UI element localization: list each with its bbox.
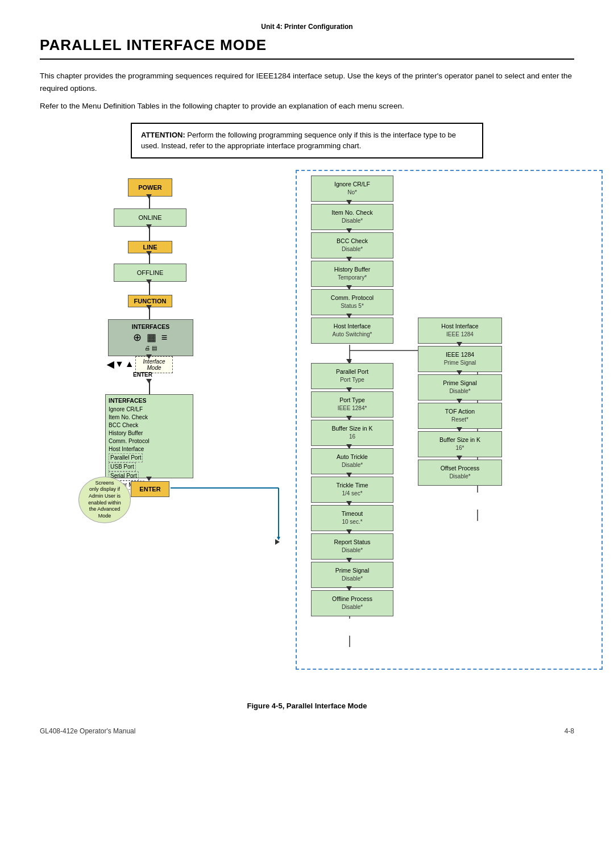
arrow-mid-8 <box>346 416 352 420</box>
attention-box: ATTENTION: Perform the following program… <box>131 123 483 158</box>
arrow-mid-10 <box>346 473 352 477</box>
list-host: Host Interface <box>109 445 144 453</box>
list-ignore: Ignore CR/LF <box>109 406 143 414</box>
diagram-area: POWER ONLINE LINE OFFLINE FUNCTION INTER… <box>40 170 574 692</box>
mid-buffer-size: Buffer Size in K 16 <box>311 420 393 446</box>
arrow-right-3 <box>457 399 462 403</box>
arrow-mid-13 <box>346 558 352 562</box>
mid-offline-process: Offline Process Disable* <box>311 590 393 616</box>
arrow-nav-list <box>146 379 152 383</box>
interfaces-icon-box: INTERFACES ⊕ ▦ ≡ 🖨 ▤ <box>108 319 193 356</box>
list-itemno: Item No. Check <box>109 414 148 422</box>
arrow-offline-function <box>146 279 152 284</box>
mid-port-type: Port Type IEEE 1284* <box>311 391 393 418</box>
mid-bcc: BCC Check Disable* <box>311 232 393 258</box>
chapter-title: PARALLEL INTERFACE MODE <box>40 36 574 60</box>
arrow-mid-3 <box>346 257 352 261</box>
footer: GL408-412e Operator's Manual 4-8 <box>40 727 574 735</box>
footer-right: 4-8 <box>565 727 574 735</box>
arrow-mid-9 <box>346 444 352 449</box>
arrow-mid-1 <box>346 200 352 205</box>
list-parallel: Parallel Port <box>109 453 143 462</box>
list-usb: USB Port <box>109 462 136 471</box>
right-host-interface: Host Interface IEEE 1284 <box>418 318 502 344</box>
mid-history: History Buffer Temporary* <box>311 261 393 287</box>
arrow-mid-7 <box>346 387 352 392</box>
mid-timeout: Timeout 10 sec.* <box>311 505 393 531</box>
arrow-right-2 <box>457 370 462 375</box>
arrow-mid-14 <box>346 586 352 591</box>
arrow-function-down <box>146 305 152 310</box>
mid-prime-signal: Prime Signal Disable* <box>311 562 393 588</box>
arrow-online-line <box>146 224 152 229</box>
mid-auto-trickle: Auto Trickle Disable* <box>311 448 393 474</box>
enter-label-1: ENTER <box>133 372 152 378</box>
mid-comm: Comm. Protocol Status 5* <box>311 289 393 315</box>
attention-text: Perform the following programming sequen… <box>141 131 456 151</box>
mid-parallel-port: Parallel Port Port Type <box>311 363 393 389</box>
arrow-enter-right <box>275 539 280 545</box>
right-ieee1284: IEEE 1284 Prime Signal <box>418 346 502 372</box>
mid-ignore-crlf: Ignore CR/LF No* <box>311 176 393 202</box>
enter-button-2[interactable]: ENTER <box>131 481 169 497</box>
page: Unit 4: Printer Configuration PARALLEL I… <box>0 0 614 868</box>
interfaces-icons: ⊕ ▦ ≡ <box>133 331 169 344</box>
right-offset-process: Offset Process Disable* <box>418 460 502 486</box>
intro-p1: This chapter provides the programming se… <box>40 70 574 94</box>
callout-bubble: Screensonly display ifAdmin User isenabl… <box>78 477 131 523</box>
unit-header: Unit 4: Printer Configuration <box>40 23 574 31</box>
figure-caption: Figure 4-5, Parallel Interface Mode <box>40 702 574 710</box>
arrow-interfaces-nav <box>146 354 152 359</box>
attention-bold: ATTENTION: <box>141 131 185 139</box>
arrow-list-enter <box>146 477 152 481</box>
mid-itemno: Item No. Check Disable* <box>311 204 393 230</box>
unit-title: Unit 4: Printer Configuration <box>261 23 352 31</box>
interfaces-label: INTERFACES <box>132 323 170 331</box>
list-comm: Comm. Protocol <box>109 437 150 445</box>
interface-mode-label: Interface Mode <box>135 356 173 373</box>
arrow-mid-12 <box>346 529 352 534</box>
arrow-right-4 <box>457 427 462 432</box>
arrow-right-5 <box>457 456 462 460</box>
arrow-mid-11 <box>346 501 352 506</box>
list-history: History Buffer <box>109 429 143 437</box>
right-buffer-size: Buffer Size in K 16* <box>418 431 502 457</box>
arrow-mid-5 <box>346 314 352 318</box>
arrow-right-1 <box>457 342 462 347</box>
arrow-mid-2 <box>346 228 352 233</box>
mid-trickle-time: Trickle Time 1/4 sec* <box>311 477 393 503</box>
list-bcc: BCC Check <box>109 422 138 429</box>
mid-report-status: Report Status Disable* <box>311 533 393 560</box>
right-tof-action: TOF Action Reset* <box>418 403 502 429</box>
arrow-power-down <box>146 194 152 199</box>
arrow-mid-6 <box>346 359 352 364</box>
interfaces-list-title: INTERFACES <box>109 397 147 405</box>
right-prime-signal: Prime Signal Disable* <box>418 374 502 400</box>
arrow-line-offline <box>146 251 152 256</box>
interfaces-sublabel: 🖨 ▤ <box>144 344 157 352</box>
footer-left: GL408-412e Operator's Manual <box>40 727 135 735</box>
mid-host-interface: Host Interface Auto Switching* <box>311 318 393 344</box>
arrow-mid-4 <box>346 285 352 290</box>
intro-p2: Refer to the Menu Definition Tables in t… <box>40 100 574 112</box>
interfaces-list-box: INTERFACES Ignore CR/LF Item No. Check B… <box>105 394 193 478</box>
